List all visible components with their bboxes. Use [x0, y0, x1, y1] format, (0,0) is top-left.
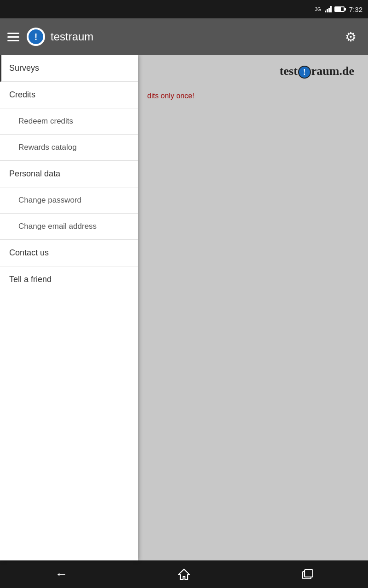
sidebar-item-rewards-catalog-label: Rewards catalog [18, 143, 77, 152]
recents-button[interactable] [293, 565, 321, 583]
sidebar-item-change-password[interactable]: Change password [0, 187, 138, 214]
app-logo-icon: ! [27, 28, 45, 46]
bottom-nav-bar: ← [0, 560, 368, 588]
app-bar: ! testraum ⚙ [0, 18, 368, 55]
app-exclaim-icon: ! [29, 29, 43, 44]
sidebar-item-surveys[interactable]: Surveys [0, 55, 138, 82]
gear-icon: ⚙ [345, 29, 356, 45]
logo-text-1: test [280, 64, 298, 78]
content-area: test!raum.de dits only once! [138, 55, 368, 560]
status-bar: 3G 7:32 [0, 0, 368, 18]
recents-icon [300, 568, 313, 581]
logo-text-2: raum.de [311, 64, 354, 78]
back-icon: ← [55, 567, 68, 582]
content-message: dits only once! [147, 92, 359, 100]
signal-icon [325, 6, 332, 12]
app-title: testraum [51, 30, 340, 43]
sidebar-item-change-email-label: Change email address [18, 222, 97, 231]
signal-text: 3G [315, 7, 321, 12]
hamburger-menu-button[interactable] [7, 33, 19, 41]
home-icon [178, 568, 190, 581]
sidebar-item-change-email[interactable]: Change email address [0, 214, 138, 240]
sidebar-item-redeem-credits-label: Redeem credits [18, 117, 73, 126]
settings-button[interactable]: ⚙ [340, 27, 361, 47]
main-layout: Surveys Credits Redeem credits Rewards c… [0, 55, 368, 560]
svg-marker-0 [178, 569, 190, 580]
sidebar-item-personal-data[interactable]: Personal data [0, 161, 138, 187]
status-icons: 3G 7:32 [315, 6, 362, 13]
sidebar-item-tell-a-friend[interactable]: Tell a friend [0, 266, 138, 293]
sidebar-item-redeem-credits[interactable]: Redeem credits [0, 108, 138, 135]
sidebar-item-contact-us-label: Contact us [9, 248, 49, 258]
time-display: 7:32 [349, 6, 362, 13]
sidebar-item-credits[interactable]: Credits [0, 82, 138, 108]
content-logo: test!raum.de [280, 64, 354, 79]
sidebar-item-personal-data-label: Personal data [9, 169, 60, 179]
svg-rect-2 [305, 570, 313, 577]
sidebar-item-contact-us[interactable]: Contact us [0, 240, 138, 266]
home-button[interactable] [170, 565, 198, 583]
logo-exclaim-icon: ! [298, 66, 311, 79]
sidebar-item-surveys-label: Surveys [9, 63, 39, 73]
sidebar-item-change-password-label: Change password [18, 196, 81, 205]
sidebar-item-tell-a-friend-label: Tell a friend [9, 275, 52, 284]
sidebar-item-rewards-catalog[interactable]: Rewards catalog [0, 135, 138, 161]
sidebar: Surveys Credits Redeem credits Rewards c… [0, 55, 138, 560]
content-message-text: dits only once! [147, 92, 194, 100]
sidebar-item-credits-label: Credits [9, 90, 35, 100]
back-button[interactable]: ← [47, 565, 75, 583]
battery-icon [334, 6, 345, 12]
